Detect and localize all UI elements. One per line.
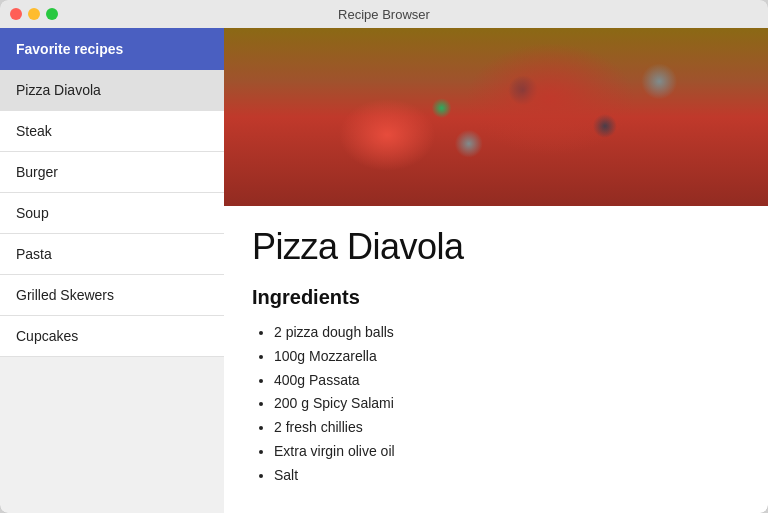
recipe-image <box>224 28 768 206</box>
list-item: 100g Mozzarella <box>274 345 740 369</box>
app-window: Recipe Browser Favorite recipes Pizza Di… <box>0 0 768 513</box>
list-item: 400g Passata <box>274 369 740 393</box>
sidebar-item-soup[interactable]: Soup <box>0 193 224 234</box>
ingredients-list: 2 pizza dough balls 100g Mozzarella 400g… <box>252 321 740 488</box>
ingredients-section: Ingredients 2 pizza dough balls 100g Moz… <box>252 286 740 488</box>
close-button[interactable] <box>10 8 22 20</box>
sidebar-item-burger[interactable]: Burger <box>0 152 224 193</box>
list-item: Salt <box>274 464 740 488</box>
sidebar-header: Favorite recipes <box>0 28 224 70</box>
sidebar-item-steak[interactable]: Steak <box>0 111 224 152</box>
title-bar: Recipe Browser <box>0 0 768 28</box>
sidebar-item-grilled-skewers[interactable]: Grilled Skewers <box>0 275 224 316</box>
list-item: 2 pizza dough balls <box>274 321 740 345</box>
ingredients-heading: Ingredients <box>252 286 740 309</box>
maximize-button[interactable] <box>46 8 58 20</box>
window-controls <box>10 8 58 20</box>
sidebar-item-pizza-diavola[interactable]: Pizza Diavola <box>0 70 224 111</box>
sidebar-item-cupcakes[interactable]: Cupcakes <box>0 316 224 357</box>
main-content[interactable]: Pizza Diavola Ingredients 2 pizza dough … <box>224 28 768 513</box>
recipe-title: Pizza Diavola <box>252 226 740 268</box>
app-body: Favorite recipes Pizza Diavola Steak Bur… <box>0 28 768 513</box>
sidebar-item-pasta[interactable]: Pasta <box>0 234 224 275</box>
window-title: Recipe Browser <box>338 7 430 22</box>
list-item: 200 g Spicy Salami <box>274 392 740 416</box>
list-item: 2 fresh chillies <box>274 416 740 440</box>
pizza-image-layer <box>224 28 768 206</box>
sidebar: Favorite recipes Pizza Diavola Steak Bur… <box>0 28 224 513</box>
list-item: Extra virgin olive oil <box>274 440 740 464</box>
recipe-body: Pizza Diavola Ingredients 2 pizza dough … <box>224 206 768 513</box>
minimize-button[interactable] <box>28 8 40 20</box>
